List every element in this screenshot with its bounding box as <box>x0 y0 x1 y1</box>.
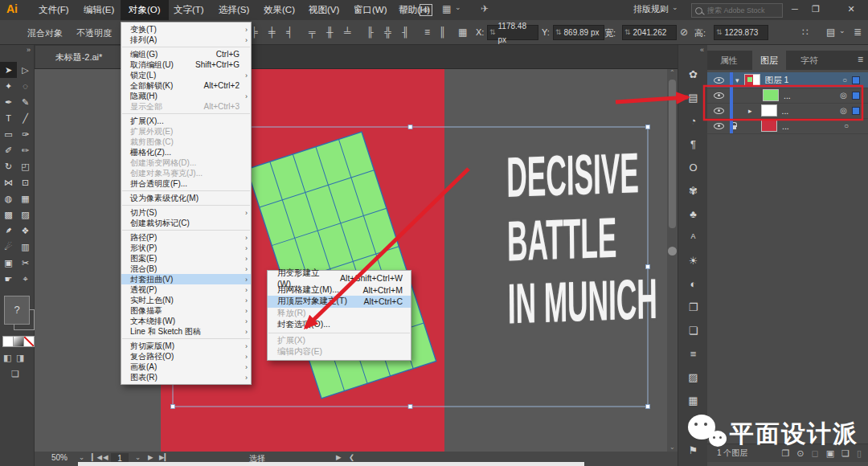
lasso-tool[interactable]: ◌ <box>17 78 34 94</box>
menu-item-flatten-transparency[interactable]: 拼合透明度(F)... <box>121 178 251 189</box>
visibility-eye-icon[interactable] <box>714 91 724 100</box>
width-tool[interactable]: ⋈ <box>0 174 17 190</box>
curvature-tool[interactable]: ✎ <box>17 94 34 110</box>
menu-item-pixel-perfect[interactable]: 设为像素级优化(M) <box>121 193 251 203</box>
submenu-item-make-with-top-object[interactable]: 用顶层对象建立(T)Alt+Ctrl+C <box>268 296 411 308</box>
symbols-panel-icon[interactable]: ✾ <box>678 185 708 197</box>
free-transform-tool[interactable]: ⊡ <box>17 174 34 190</box>
minimize-button[interactable]: ─ <box>784 0 805 18</box>
new-sublayer-icon[interactable]: ▣ <box>826 448 834 459</box>
distribute-left-icon[interactable]: ╟ <box>366 27 374 38</box>
menu-item-line-sketch[interactable]: Line 和 Sketch 图稿› <box>121 326 251 337</box>
distribute-right-icon[interactable]: ╢ <box>402 27 409 38</box>
spinner-icon[interactable]: ⇅ <box>716 26 723 39</box>
object-thumbnail-green[interactable] <box>763 89 779 101</box>
collapse-toolbar-icon[interactable]: » <box>27 46 31 54</box>
menu-item-image-trace[interactable]: 图像描摹› <box>121 305 251 316</box>
menu-item-clipping-mask[interactable]: 剪切蒙版(M)› <box>121 341 251 351</box>
selection-tool[interactable]: ➤ <box>0 62 17 78</box>
menu-item-shape[interactable]: 形状(P)› <box>121 243 251 253</box>
zoom-level[interactable]: 50% <box>51 453 68 462</box>
menu-item-artboards[interactable]: 画板(A)› <box>121 362 251 372</box>
character-styles-panel-icon[interactable]: ᴬ <box>678 231 708 243</box>
gradient-tool[interactable]: ▨ <box>17 206 34 223</box>
distribute-center-icon[interactable]: ╬ <box>384 27 391 38</box>
color-panel-icon[interactable]: ✿ <box>678 68 708 80</box>
spinner-icon[interactable]: ⇅ <box>624 26 631 39</box>
chevron-down-icon[interactable]: ⌄ <box>455 3 461 11</box>
scroll-up-icon[interactable]: ⌃ <box>669 69 675 76</box>
object-name[interactable]: ... <box>782 106 841 116</box>
menu-edit[interactable]: 编辑(E) <box>76 0 122 20</box>
search-box[interactable] <box>691 3 783 18</box>
swatches-panel-icon[interactable]: ▤ <box>678 92 708 104</box>
chevron-down-icon[interactable]: ⌄ <box>79 453 84 461</box>
type-tool[interactable]: T <box>0 110 17 126</box>
layer-name[interactable]: 图层 1 <box>765 75 842 86</box>
close-button[interactable]: ✕ <box>841 0 862 18</box>
pencil-tool[interactable]: ✏ <box>17 142 34 158</box>
menu-item-text-wrap[interactable]: 文本绕排(W)› <box>121 316 251 326</box>
transparency-panel-icon[interactable]: ◐ <box>678 278 708 290</box>
menu-item-arrange[interactable]: 排列(A)› <box>121 35 251 45</box>
menu-select[interactable]: 选择(S) <box>211 0 257 20</box>
pathfinder-panel-icon[interactable]: ❐ <box>678 301 708 313</box>
align-bottom-icon[interactable]: ╧ <box>344 27 351 38</box>
menu-item-unlock-all[interactable]: 全部解锁(K)Alt+Ctrl+2 <box>121 80 251 91</box>
link-dimensions-icon[interactable]: ⊘ <box>680 27 688 38</box>
scrollbar-knob[interactable] <box>668 247 677 255</box>
menu-item-transform[interactable]: 变换(T)› <box>121 24 251 35</box>
menu-object[interactable]: 对象(O) <box>121 0 169 20</box>
layer-thumbnail[interactable] <box>744 74 760 86</box>
none-fill-button[interactable] <box>23 336 35 347</box>
tab-layers[interactable]: 图层 <box>752 51 786 70</box>
perspective-grid-tool[interactable]: ▦ <box>17 190 34 206</box>
direct-selection-tool[interactable]: ▷ <box>17 62 34 78</box>
panel-menu-icon[interactable]: ≡ <box>858 54 863 65</box>
rectangle-tool[interactable]: ▭ <box>0 126 17 142</box>
menu-item-compound-path[interactable]: 复合路径(O)› <box>121 351 251 362</box>
graphic-styles-panel-icon[interactable]: ♣ <box>678 208 708 220</box>
menu-file[interactable]: 文件(F) <box>31 0 77 20</box>
align-middle-icon[interactable]: ╫ <box>326 27 334 38</box>
target-double-circle-icon[interactable]: ◎ <box>840 106 847 115</box>
selection-indicator[interactable] <box>852 107 860 115</box>
chevron-down-icon[interactable]: ⌄ <box>839 27 845 35</box>
color-fill-button[interactable] <box>2 336 14 347</box>
appearance-panel-icon[interactable]: ☀ <box>678 255 708 267</box>
target-double-circle-icon[interactable]: ◎ <box>840 91 847 100</box>
paragraph-panel-icon[interactable]: ¶ <box>678 138 708 150</box>
menu-item-crop-marks[interactable]: 创建裁切标记(C) <box>121 218 251 228</box>
slice-tool[interactable]: ✂ <box>17 255 34 271</box>
distribute-v-icon[interactable]: ≡ <box>424 27 430 38</box>
target-circle-icon[interactable]: ○ <box>842 76 847 84</box>
stroke-panel-icon[interactable]: O <box>678 161 708 174</box>
menu-item-live-paint[interactable]: 实时上色(N)› <box>121 295 251 305</box>
paintbrush-tool[interactable]: ✑ <box>17 126 34 142</box>
spinner-icon[interactable]: ⇅ <box>489 26 496 39</box>
screen-mode-icon[interactable]: ❏ <box>11 369 19 379</box>
tab-character[interactable]: 字符 <box>792 51 826 70</box>
menu-item-path[interactable]: 路径(P)› <box>121 232 251 243</box>
document-tab[interactable]: 未标题-2.ai* <box>35 46 122 68</box>
scroll-down-icon[interactable]: ⌄ <box>669 444 675 451</box>
new-layer-icon[interactable]: ❏ <box>841 448 850 459</box>
menu-item-lock[interactable]: 锁定(L)› <box>121 70 251 80</box>
menu-item-hide[interactable]: 隐藏(H)› <box>121 91 251 101</box>
make-mask-icon[interactable]: ◻ <box>812 448 819 459</box>
width-value-field[interactable]: ⇅ 2041.262 <box>622 25 677 40</box>
fill-swatch-question[interactable]: ? <box>4 296 30 325</box>
arrange-rules-label[interactable]: 排版规则 <box>633 3 669 15</box>
align-top-icon[interactable]: ╤ <box>309 27 316 38</box>
visibility-eye-icon[interactable] <box>714 106 724 116</box>
first-artboard-icon[interactable]: ▎◀ <box>92 453 102 461</box>
distribute-h-icon[interactable]: ║ <box>439 27 446 38</box>
last-artboard-icon[interactable]: ▶▎ <box>159 453 170 461</box>
submenu-item-make-with-mesh[interactable]: 用网格建立(M)...Alt+Ctrl+M <box>268 284 411 296</box>
expand-status-icon[interactable]: ❮ <box>349 453 354 461</box>
column-graph-tool[interactable]: ▥ <box>17 239 34 255</box>
gradient-panel-icon[interactable]: ◔ <box>678 115 708 127</box>
align-panel-icon[interactable]: ❏ <box>678 325 708 337</box>
gradient-fill-button[interactable] <box>13 336 24 347</box>
menu-window[interactable]: 窗口(W) <box>346 0 395 20</box>
